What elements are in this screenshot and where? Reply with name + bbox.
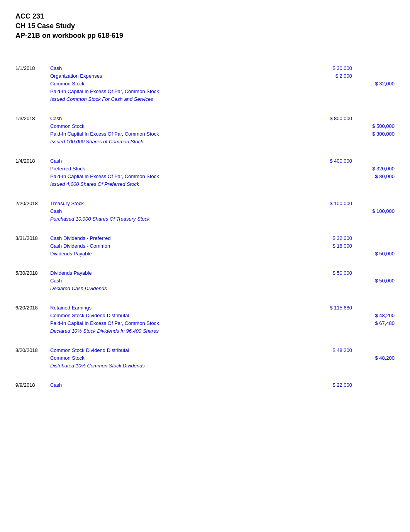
entry-1: 1/3/2018CashCommon StockPaid-In Captial … — [15, 115, 395, 146]
account-name-2-3: Issued 4,000 Shares Of Preferred Stock — [50, 181, 139, 187]
entry-credit-col-2: $ 320,000$ 80,000 — [352, 157, 395, 188]
entry-date-1: 1/3/2018 — [15, 115, 50, 121]
entry-date-8: 9/9/2018 — [15, 381, 50, 388]
account-name-3-0: Treasury Stock — [50, 201, 84, 206]
entry-accounts-6: Retained EarningsCommon Stock Dividend D… — [50, 304, 302, 335]
entry-debit-col-5: $ 50,000 — [302, 269, 352, 292]
account-name-6-3: Declared 10% Stock Dividends In 96,400 S… — [50, 328, 159, 334]
account-name-0-0: Cash — [50, 65, 62, 71]
credit-cell-4-2: $ 50,000 — [375, 250, 395, 258]
account-name-2-0: Cash — [50, 158, 62, 164]
account-name-6-1: Common Stock Dividend Distributal — [50, 313, 129, 318]
account-name-7-2: Distributed 10% Common Stock Dividends — [50, 363, 145, 369]
entry-date-6: 6/20/2018 — [15, 304, 50, 311]
entry-credit-col-6: $ 48,200$ 67,480 — [352, 304, 395, 335]
entry-credit-col-4: $ 50,000 — [352, 235, 395, 258]
credit-cell-2-1: $ 320,000 — [372, 165, 395, 173]
entry-8: 9/9/2018Cash$ 22,000 — [15, 381, 395, 389]
entry-accounts-7: Common Stock Dividend DistributalCommon … — [50, 347, 302, 370]
credit-cell-1-1: $ 500,000 — [372, 122, 395, 130]
debit-cell-0-1: $ 2,000 — [335, 72, 352, 80]
entry-date-4: 3/31/2018 — [15, 235, 50, 241]
account-name-4-0: Cash Dividends - Preferred — [50, 235, 111, 241]
entry-6: 6/20/2018Retained EarningsCommon Stock D… — [15, 304, 395, 335]
account-name-1-1: Common Stock — [50, 123, 85, 129]
entry-accounts-4: Cash Dividends - PreferredCash Dividends… — [50, 235, 302, 258]
debit-cell-4-1: $ 18,000 — [332, 242, 352, 250]
debit-cell-8-0: $ 22,000 — [332, 381, 352, 389]
entry-date-5: 5/30/2018 — [15, 269, 50, 276]
page-title: ACC 231CH 15 Case StudyAP-21B on workboo… — [15, 12, 123, 41]
credit-cell-1-2: $ 300,000 — [372, 130, 395, 138]
account-name-3-1: Cash — [50, 208, 62, 214]
account-name-0-1: Organization Expenses — [50, 73, 102, 79]
credit-cell-0-2: $ 32,000 — [375, 80, 395, 88]
entry-accounts-0: CashOrganization ExpensesCommon StockPai… — [50, 65, 302, 103]
account-name-6-2: Paid-In Capital In Excess Of Par, Common… — [50, 320, 159, 326]
entry-credit-col-5: $ 50,000 — [352, 269, 395, 292]
account-name-2-1: Preferred Stock — [50, 166, 85, 172]
account-name-5-1: Cash — [50, 278, 62, 284]
account-name-0-3: Paid-In Capital In Excess Of Par, Common… — [50, 88, 159, 94]
account-name-8-0: Cash — [50, 382, 62, 388]
entry-credit-col-1: $ 500,000$ 300,000 — [352, 115, 395, 146]
debit-cell-2-0: $ 400,000 — [330, 157, 352, 165]
account-name-5-0: Dividends Payable — [50, 270, 92, 276]
credit-cell-6-1: $ 48,200 — [375, 312, 395, 320]
entry-7: 8/20/2018Common Stock Dividend Distribut… — [15, 347, 395, 370]
entry-credit-col-3: $ 100,000 — [352, 200, 395, 223]
debit-cell-5-0: $ 50,000 — [332, 269, 352, 277]
credit-cell-5-1: $ 50,000 — [375, 277, 395, 285]
account-name-0-2: Common Stock — [50, 81, 85, 87]
entry-0: 1/1/2018CashOrganization ExpensesCommon … — [15, 65, 395, 103]
entry-accounts-1: CashCommon StockPaid-In Captial In Exces… — [50, 115, 302, 146]
account-name-5-2: Declared Cash Dividends — [50, 286, 107, 291]
debit-cell-4-0: $ 32,000 — [332, 235, 352, 242]
account-name-2-2: Paid-In Captial In Excess Of Par, Common… — [50, 173, 159, 179]
entries-container: 1/1/2018CashOrganization ExpensesCommon … — [15, 65, 395, 389]
debit-cell-3-0: $ 100,000 — [330, 200, 352, 207]
entry-debit-col-1: $ 800,000 — [302, 115, 352, 146]
account-name-3-2: Purchased 10,000 Shares Of Treasury Stoc… — [50, 216, 150, 222]
account-name-1-3: Issued 100,000 Shares of Common Stock — [50, 139, 143, 144]
entry-date-7: 8/20/2018 — [15, 347, 50, 353]
debit-cell-6-0: $ 115,680 — [330, 304, 352, 312]
account-name-1-0: Cash — [50, 116, 62, 121]
entry-accounts-2: CashPreferred StockPaid-In Captial In Ex… — [50, 157, 302, 188]
account-name-4-1: Cash Dividends - Common — [50, 243, 110, 249]
entry-debit-col-8: $ 22,000 — [302, 381, 352, 389]
entry-debit-col-7: $ 48,200 — [302, 347, 352, 370]
title-block: ACC 231CH 15 Case StudyAP-21B on workboo… — [15, 12, 123, 41]
account-name-4-2: Dividends Payable — [50, 251, 92, 257]
account-name-7-0: Common Stock Dividend Distributal — [50, 347, 129, 353]
entry-debit-col-0: $ 30,000$ 2,000 — [302, 65, 352, 103]
entry-accounts-5: Dividends PayableCashDeclared Cash Divid… — [50, 269, 302, 292]
entry-credit-col-0: $ 32,000 — [352, 65, 395, 103]
entry-date-0: 1/1/2018 — [15, 65, 50, 71]
debit-cell-1-0: $ 800,000 — [330, 115, 352, 122]
entry-credit-col-7: $ 48,200 — [352, 347, 395, 370]
entry-debit-col-4: $ 32,000$ 18,000 — [302, 235, 352, 258]
account-name-6-0: Retained Earnings — [50, 305, 91, 311]
entry-2: 1/4/2018CashPreferred StockPaid-In Capti… — [15, 157, 395, 188]
page-header: ACC 231CH 15 Case StudyAP-21B on workboo… — [15, 12, 395, 41]
account-name-0-4: Issued Common Stock For Cash and Service… — [50, 96, 153, 102]
debit-cell-7-0: $ 48,200 — [332, 347, 352, 354]
entry-accounts-3: Treasury StockCashPurchased 10,000 Share… — [50, 200, 302, 223]
credit-cell-3-1: $ 100,000 — [372, 207, 395, 215]
entry-credit-col-8 — [352, 381, 395, 389]
entry-debit-col-3: $ 100,000 — [302, 200, 352, 223]
credit-cell-2-2: $ 80,000 — [375, 173, 395, 180]
entry-debit-col-6: $ 115,680 — [302, 304, 352, 335]
entry-date-3: 2/20/2018 — [15, 200, 50, 206]
account-name-1-2: Paid-In Captial In Excess Of Par, Common… — [50, 131, 159, 137]
entry-date-2: 1/4/2018 — [15, 157, 50, 164]
account-name-7-1: Common Stock — [50, 355, 85, 361]
debit-cell-0-0: $ 30,000 — [332, 65, 352, 72]
entry-4: 3/31/2018Cash Dividends - PreferredCash … — [15, 235, 395, 258]
entry-5: 5/30/2018Dividends PayableCashDeclared C… — [15, 269, 395, 292]
header-divider — [15, 49, 395, 49]
entry-3: 2/20/2018Treasury StockCashPurchased 10,… — [15, 200, 395, 223]
entry-debit-col-2: $ 400,000 — [302, 157, 352, 188]
credit-cell-7-1: $ 48,200 — [375, 354, 395, 362]
